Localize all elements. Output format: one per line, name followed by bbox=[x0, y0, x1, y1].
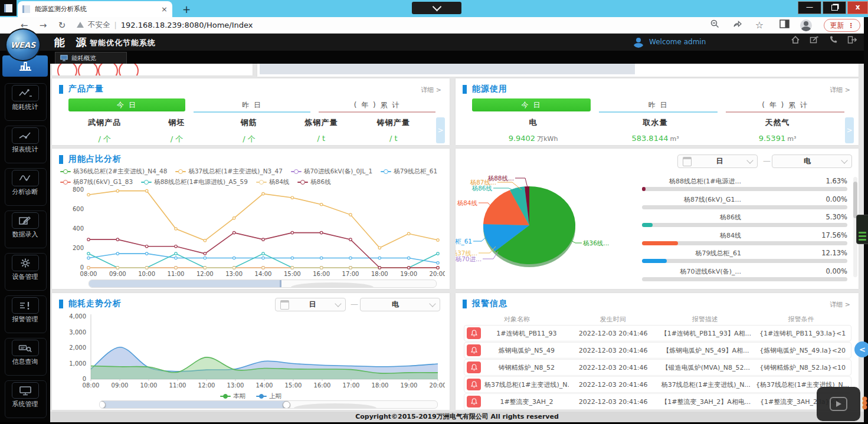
detail-link[interactable]: 详细 > bbox=[830, 300, 850, 309]
datazoom-slider[interactable] bbox=[89, 280, 437, 288]
welcome-user[interactable]: Welcome admin bbox=[633, 36, 706, 48]
url-text: 192.168.18.239:8080/Home/Index bbox=[121, 21, 253, 29]
legend-marker bbox=[60, 180, 71, 185]
alarm-row[interactable]: 铸钢精炼炉_N8_522022-12-03 20:41:46【锻造电弧炉(MVA… bbox=[464, 359, 851, 376]
tab-energy-overview[interactable]: 能耗概览 bbox=[55, 52, 127, 64]
tab-title: 能源监测分析系统 bbox=[35, 5, 158, 14]
window-minimize-button[interactable]: — bbox=[798, 1, 821, 14]
period-value: 日 bbox=[294, 300, 331, 310]
alarm-bell-icon bbox=[467, 327, 481, 339]
home-icon[interactable] bbox=[791, 35, 800, 44]
collapse-panel-button[interactable]: < bbox=[854, 341, 868, 357]
y-tick-label: 200 bbox=[73, 245, 84, 251]
panel-title: 报警信息 bbox=[472, 298, 507, 309]
stat-item: 炼钢产量/ t bbox=[285, 117, 357, 144]
datazoom-filled[interactable] bbox=[100, 401, 287, 408]
period-tab-1[interactable]: 昨 日 bbox=[599, 98, 718, 113]
scrollbar-thumb[interactable] bbox=[853, 182, 857, 218]
alarm-object-name: 1#整流变_3AH_2 bbox=[484, 397, 569, 406]
alarm-row[interactable]: 1#整流变_3AH_22022-12-03 20:41:46【1#整流变_3AH… bbox=[464, 393, 851, 410]
legend-marker bbox=[175, 169, 186, 174]
period-tab-1[interactable]: 昨 日 bbox=[194, 98, 310, 113]
media-overlay[interactable] bbox=[817, 387, 860, 421]
reload-button[interactable]: ↻ bbox=[55, 19, 68, 32]
proportion-item-name: 杨70进线6kV(备)_... bbox=[680, 267, 741, 276]
y-tick-label: 0 bbox=[83, 376, 86, 382]
legend-item[interactable]: 杨36线总柜(2#主变进线)_N4_48 bbox=[60, 167, 167, 176]
alarm-row[interactable]: 炼钢电弧炉_N5_492022-12-03 20:41:46【炼钢电弧炉_N5_… bbox=[464, 342, 851, 359]
gauge-ring bbox=[57, 64, 77, 75]
sidebar-item-frame bbox=[5, 126, 47, 163]
energy-type-select[interactable]: 电 bbox=[772, 155, 852, 168]
phone-icon[interactable] bbox=[828, 35, 838, 44]
window-close-button[interactable]: x bbox=[847, 1, 868, 14]
share-icon[interactable] bbox=[731, 19, 743, 32]
datazoom-handle-right[interactable] bbox=[283, 401, 290, 409]
update-label: 更新 bbox=[830, 21, 844, 31]
alarm-object-name: 杨37线总柜(1#主变进线)_N... bbox=[484, 380, 569, 389]
stat-label: 炼钢产量 bbox=[285, 117, 357, 128]
calendar-icon bbox=[683, 157, 692, 166]
forward-button[interactable]: → bbox=[37, 19, 50, 32]
side-panel-icon[interactable] bbox=[778, 19, 791, 32]
alarm-time: 2022-12-03 20:41:46 bbox=[569, 347, 658, 354]
legend-item[interactable]: 本期 bbox=[220, 392, 245, 400]
play-icon bbox=[830, 397, 847, 411]
period-tab-2[interactable]: ( 年 ) 累 计 bbox=[319, 98, 435, 113]
sidebar-item-frame bbox=[5, 295, 47, 333]
edit-icon[interactable] bbox=[810, 35, 819, 44]
pie-label: 杨36线... bbox=[582, 239, 609, 246]
tab-close-icon[interactable]: × bbox=[161, 5, 168, 14]
legend-item[interactable]: 杨70进线6kV(备)_0JL_1 bbox=[291, 167, 372, 176]
period-tab-0[interactable]: 今 日 bbox=[68, 98, 185, 111]
proportion-item-percent: 17.56% bbox=[821, 231, 847, 239]
period-tab-0[interactable]: 今 日 bbox=[472, 98, 591, 111]
window-maximize-button[interactable] bbox=[823, 1, 846, 14]
logout-icon[interactable] bbox=[847, 35, 857, 44]
overlay-menu-dots[interactable]: ●●● bbox=[862, 396, 864, 409]
profile-avatar[interactable] bbox=[800, 19, 812, 31]
datazoom-filled[interactable] bbox=[89, 280, 281, 287]
alarm-row[interactable]: 杨37线总柜(1#主变进线)_N...2022-12-03 20:41:46杨3… bbox=[464, 376, 851, 393]
y-tick-label: 400 bbox=[73, 225, 84, 232]
stat-item: 钢坯/ 个 bbox=[140, 117, 212, 144]
sidebar-item-frame bbox=[5, 211, 47, 248]
legend-label: 杨37线总柜(1#主变进线)_N3_47 bbox=[188, 167, 282, 176]
datazoom-slider[interactable] bbox=[99, 400, 438, 409]
overview-icon bbox=[18, 60, 33, 72]
chevron-down-icon bbox=[432, 2, 441, 12]
weas-logo-text: WEAS bbox=[11, 41, 36, 50]
legend-item[interactable]: 上期 bbox=[256, 392, 281, 400]
energy-type-select[interactable]: 电 bbox=[360, 298, 440, 311]
y-tick-label: 4,000 bbox=[69, 313, 86, 320]
browser-tab[interactable]: 能源监测分析系统 × bbox=[18, 1, 172, 17]
alarm-condition: {1#连铸机_PB11_93.Ia}<1 bbox=[754, 329, 851, 338]
stats-next-chevron[interactable]: > bbox=[436, 117, 445, 143]
alarm-row[interactable]: 1#连铸机_PB11_932022-12-03 20:41:46【1#连铸机_P… bbox=[464, 325, 851, 341]
panel-proportion-analysis: 用能占比分析 杨36线总柜(2#主变进线)_N4_48杨37线总柜(1#主变进线… bbox=[52, 149, 450, 289]
detail-link[interactable]: 详细 > bbox=[830, 86, 850, 94]
address-bar[interactable]: 不安全 | 192.168.18.239:8080/Home/Index bbox=[77, 20, 253, 30]
stat-item: 天然气9.5391m³ bbox=[716, 117, 838, 143]
bookmark-star-icon[interactable]: ☆ bbox=[753, 19, 766, 32]
x-tick-label: 11:00 bbox=[168, 271, 185, 277]
zoom-icon[interactable] bbox=[708, 19, 721, 32]
period-select[interactable]: 日 bbox=[275, 298, 346, 311]
legend-item[interactable]: 杨79线总柜_61 bbox=[381, 167, 437, 176]
alarm-time: 2022-12-03 20:41:46 bbox=[569, 364, 658, 372]
vm-toolbar-button[interactable] bbox=[412, 2, 461, 14]
period-tab-2[interactable]: ( 年 ) 累 计 bbox=[726, 98, 844, 113]
browser-menu-icon[interactable]: ⋮ bbox=[848, 22, 854, 29]
stats-next-chevron[interactable]: > bbox=[845, 117, 854, 143]
datazoom-preview bbox=[294, 403, 376, 409]
new-tab-button[interactable]: + bbox=[180, 3, 193, 16]
nav-tab-strip bbox=[50, 51, 864, 64]
panel-title: 用能占比分析 bbox=[68, 154, 122, 165]
update-button[interactable]: 更新⋮ bbox=[824, 19, 860, 32]
stat-item: 取水量583.8144m³ bbox=[594, 117, 716, 143]
detail-link[interactable]: 详细 > bbox=[421, 86, 441, 94]
alarm-time: 2022-12-03 20:41:46 bbox=[569, 330, 658, 337]
period-select[interactable]: 日 bbox=[677, 155, 758, 168]
legend-item[interactable]: 杨37线总柜(1#主变进线)_N3_47 bbox=[175, 167, 282, 176]
select-dash: — bbox=[351, 300, 358, 308]
